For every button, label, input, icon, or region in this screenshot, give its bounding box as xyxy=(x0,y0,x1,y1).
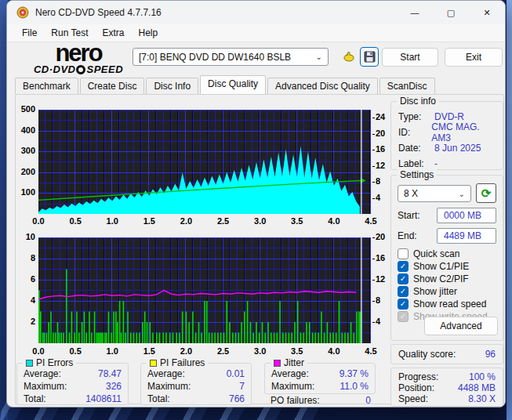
chevron-down-icon: ⌄ xyxy=(459,190,470,198)
pie-total-value: 1408611 xyxy=(85,393,122,404)
settings-panel: Settings 8 X ⌄ ⟳ Start: End: Quick scan … xyxy=(390,175,503,341)
axis-tick-label: 1.0 xyxy=(107,216,118,226)
wallpaper-right-ribbon xyxy=(507,0,512,420)
axis-tick-label: 8 xyxy=(376,176,380,186)
tab-strip: Benchmark Create Disc Disc Info Disc Qua… xyxy=(15,78,437,94)
checkbox-icon xyxy=(398,273,409,284)
speed-select[interactable]: 8 X ⌄ xyxy=(398,185,471,202)
checkbox-show-read-speed[interactable]: Show read speed xyxy=(398,298,486,310)
checkbox-icon xyxy=(398,299,409,310)
axis-tick-label: 400 xyxy=(21,125,35,135)
chart-canvas xyxy=(38,237,371,343)
menu-extra[interactable]: Extra xyxy=(95,25,131,41)
checkbox-icon xyxy=(398,286,409,297)
chart-plot-area xyxy=(38,110,371,214)
chevron-down-icon: ⌄ xyxy=(316,52,328,61)
disc-id-label: ID: xyxy=(398,127,431,138)
axis-tick-label: 4 xyxy=(376,193,380,202)
menu-file[interactable]: File xyxy=(15,25,44,41)
disc-info-title: Disc info xyxy=(397,96,439,107)
disc-date-label: Date: xyxy=(398,143,434,154)
save-button[interactable] xyxy=(360,47,379,67)
axis-tick-label: 4.5 xyxy=(365,346,376,356)
minimize-button[interactable]: — xyxy=(397,1,433,24)
jitter-maximum-value: 11.0 % xyxy=(340,381,369,392)
start-button[interactable]: Start xyxy=(382,48,438,67)
end-field[interactable] xyxy=(437,228,496,244)
drive-select-value: [7:0] BENQ DVD DD DW1640 BSLB xyxy=(139,52,291,63)
axis-tick-label: 4.0 xyxy=(328,216,340,226)
pi-errors-legend-swatch xyxy=(26,360,33,367)
start-field[interactable] xyxy=(437,208,496,223)
pi-errors-stats-panel: PI Errors Average:78.47 Maximum:326 Tota… xyxy=(16,363,129,405)
pi-errors-chart: 100200300400500 4812162024 0.00.51.01.52… xyxy=(18,110,396,234)
axis-tick-label: 2 xyxy=(31,317,35,326)
close-button[interactable]: ✕ xyxy=(469,1,505,24)
axis-tick-label: 1.0 xyxy=(107,346,118,356)
axis-tick-label: 3.5 xyxy=(291,346,303,356)
disc-info-panel: Disc info Type:DVD-R ID:CMC MAG. AM3 Dat… xyxy=(390,101,503,170)
po-failures-row: PO failures: 0 xyxy=(266,395,376,406)
maximize-button[interactable]: ▢ xyxy=(433,1,469,24)
axis-tick-label: 16 xyxy=(376,253,385,262)
axis-tick-label: 4.0 xyxy=(328,346,340,356)
axis-tick-label: 2.5 xyxy=(217,216,229,226)
nero-logo: nero CD·DVDSPEED xyxy=(20,43,137,75)
tab-advanced-disc-quality[interactable]: Advanced Disc Quality xyxy=(267,78,378,94)
options-button[interactable] xyxy=(340,47,358,67)
checkbox-show-jitter[interactable]: Show jitter xyxy=(398,285,457,297)
checkbox-show-c2-pif[interactable]: Show C2/PIF xyxy=(398,273,469,284)
pif-maximum-value: 7 xyxy=(239,381,245,392)
pi-failures-title: PI Failures xyxy=(160,357,205,368)
checkbox-icon xyxy=(398,261,409,272)
pi-errors-title: PI Errors xyxy=(36,357,73,368)
drive-select[interactable]: [7:0] BENQ DVD DD DW1640 BSLB ⌄ xyxy=(133,48,329,66)
po-failures-value: 0 xyxy=(365,395,371,406)
progress-value: 100 % xyxy=(469,371,496,382)
pie-average-value: 78.47 xyxy=(98,368,122,379)
disc-type-value: DVD-R xyxy=(434,111,464,122)
checkbox-show-c1-pie[interactable]: Show C1/PIE xyxy=(398,260,469,272)
chart-canvas xyxy=(38,110,371,214)
axis-tick-label: 2.0 xyxy=(180,346,192,356)
tab-disc-quality[interactable]: Disc Quality xyxy=(200,75,266,94)
pie-maximum-value: 326 xyxy=(106,381,122,392)
advanced-button[interactable]: Advanced xyxy=(424,317,498,335)
progress-label: Progress: xyxy=(398,371,438,382)
disc-icon xyxy=(76,65,85,74)
tab-scandisc[interactable]: ScanDisc xyxy=(379,78,435,94)
x-axis-labels: 0.00.51.01.52.02.53.03.54.04.5 xyxy=(38,346,371,357)
checkbox-icon xyxy=(398,248,409,259)
axis-tick-label: 3.0 xyxy=(254,216,266,226)
axis-tick-label: 3.0 xyxy=(254,346,266,356)
checkbox-quick-scan[interactable]: Quick scan xyxy=(398,248,459,259)
tab-benchmark[interactable]: Benchmark xyxy=(15,78,78,94)
position-value: 4488 MB xyxy=(458,382,496,393)
tab-disc-info[interactable]: Disc Info xyxy=(146,78,198,94)
axis-tick-label: 24 xyxy=(376,112,385,121)
left-axis-labels: 100200300400500 xyxy=(18,110,37,219)
menu-help[interactable]: Help xyxy=(132,25,165,41)
disc-date-value: 8 Jun 2025 xyxy=(434,143,481,154)
refresh-button[interactable]: ⟳ xyxy=(476,183,496,203)
tab-create-disc[interactable]: Create Disc xyxy=(80,78,145,94)
hand-icon xyxy=(342,50,356,64)
pi-failures-stats-panel: PI Failures Average:0.01 Maximum:7 Total… xyxy=(140,363,252,405)
axis-tick-label: 16 xyxy=(376,144,385,154)
chart-plot-area xyxy=(38,237,371,343)
speed-label: Speed: xyxy=(398,393,428,404)
disc-label-label: Label: xyxy=(398,158,434,169)
axis-tick-label: 2.5 xyxy=(217,346,229,356)
exit-button[interactable]: Exit xyxy=(445,48,503,67)
jitter-title: Jitter xyxy=(284,357,304,368)
axis-tick-label: 300 xyxy=(21,146,35,155)
axis-tick-label: 4.5 xyxy=(365,216,376,226)
quality-score-panel: Quality score:96 xyxy=(390,344,503,364)
axis-tick-label: 10 xyxy=(26,232,35,241)
axis-tick-label: 1.5 xyxy=(143,346,155,356)
checkbox-icon xyxy=(398,311,409,322)
menu-run-test[interactable]: Run Test xyxy=(44,25,95,41)
axis-tick-label: 0.5 xyxy=(69,346,81,356)
axis-tick-label: 8 xyxy=(31,253,35,262)
axis-tick-label: 200 xyxy=(21,167,35,176)
